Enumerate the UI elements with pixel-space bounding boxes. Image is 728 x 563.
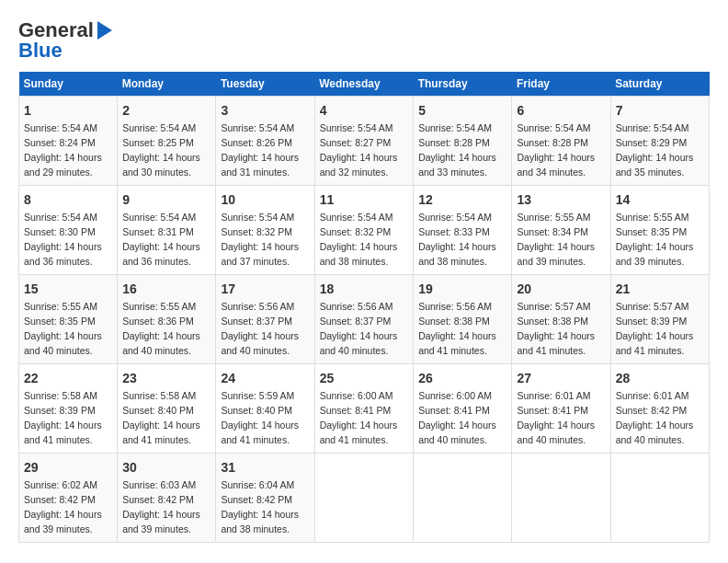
day-number: 18: [320, 280, 409, 298]
day-info: Sunrise: 5:59 AMSunset: 8:40 PMDaylight:…: [221, 390, 299, 445]
day-info: Sunrise: 5:55 AMSunset: 8:36 PMDaylight:…: [122, 301, 200, 356]
calendar-cell: [512, 454, 610, 543]
day-number: 17: [221, 280, 309, 298]
day-info: Sunrise: 5:55 AMSunset: 8:34 PMDaylight:…: [517, 212, 595, 267]
column-header-saturday: Saturday: [610, 72, 709, 97]
day-number: 13: [517, 190, 605, 209]
calendar-cell: 15Sunrise: 5:55 AMSunset: 8:35 PMDayligh…: [19, 275, 118, 364]
day-number: 25: [320, 369, 409, 387]
day-info: Sunrise: 6:00 AMSunset: 8:41 PMDaylight:…: [320, 390, 398, 445]
day-number: 12: [418, 190, 506, 209]
day-info: Sunrise: 5:54 AMSunset: 8:31 PMDaylight:…: [122, 212, 200, 267]
logo-arrow-icon: [97, 21, 112, 40]
day-info: Sunrise: 5:54 AMSunset: 8:28 PMDaylight:…: [517, 122, 595, 178]
day-number: 7: [616, 101, 704, 120]
day-number: 3: [221, 101, 309, 120]
calendar-header-row: SundayMondayTuesdayWednesdayThursdayFrid…: [19, 72, 710, 97]
calendar-cell: 24Sunrise: 5:59 AMSunset: 8:40 PMDayligh…: [216, 364, 314, 454]
day-info: Sunrise: 5:56 AMSunset: 8:37 PMDaylight:…: [221, 301, 299, 356]
day-info: Sunrise: 6:03 AMSunset: 8:42 PMDaylight:…: [122, 479, 200, 534]
calendar-cell: 25Sunrise: 6:00 AMSunset: 8:41 PMDayligh…: [314, 364, 414, 454]
day-info: Sunrise: 6:01 AMSunset: 8:42 PMDaylight:…: [616, 390, 694, 445]
day-number: 23: [122, 369, 210, 387]
day-number: 22: [24, 369, 112, 387]
calendar-cell: 8Sunrise: 5:54 AMSunset: 8:30 PMDaylight…: [19, 186, 118, 275]
day-info: Sunrise: 5:54 AMSunset: 8:24 PMDaylight:…: [24, 122, 102, 178]
column-header-monday: Monday: [118, 72, 216, 97]
day-number: 26: [418, 369, 506, 387]
day-number: 24: [221, 369, 309, 387]
day-number: 19: [418, 280, 506, 298]
calendar-cell: 5Sunrise: 5:54 AMSunset: 8:28 PMDaylight…: [414, 97, 512, 186]
day-info: Sunrise: 5:54 AMSunset: 8:27 PMDaylight:…: [320, 122, 398, 178]
calendar-cell: 17Sunrise: 5:56 AMSunset: 8:37 PMDayligh…: [216, 275, 314, 364]
calendar-cell: 12Sunrise: 5:54 AMSunset: 8:33 PMDayligh…: [414, 186, 512, 275]
day-info: Sunrise: 5:54 AMSunset: 8:26 PMDaylight:…: [221, 122, 299, 178]
calendar-cell: 14Sunrise: 5:55 AMSunset: 8:35 PMDayligh…: [610, 186, 709, 275]
day-number: 4: [320, 101, 409, 120]
calendar-week-row: 8Sunrise: 5:54 AMSunset: 8:30 PMDaylight…: [19, 186, 710, 275]
calendar-week-row: 29Sunrise: 6:02 AMSunset: 8:42 PMDayligh…: [19, 454, 710, 543]
calendar-week-row: 22Sunrise: 5:58 AMSunset: 8:39 PMDayligh…: [19, 364, 710, 454]
calendar-cell: [610, 454, 709, 543]
calendar-week-row: 15Sunrise: 5:55 AMSunset: 8:35 PMDayligh…: [19, 275, 710, 364]
day-info: Sunrise: 6:00 AMSunset: 8:41 PMDaylight:…: [418, 390, 496, 445]
calendar-cell: 10Sunrise: 5:54 AMSunset: 8:32 PMDayligh…: [216, 186, 314, 275]
calendar-cell: 11Sunrise: 5:54 AMSunset: 8:32 PMDayligh…: [314, 186, 414, 275]
day-number: 14: [616, 190, 704, 209]
day-info: Sunrise: 6:04 AMSunset: 8:42 PMDaylight:…: [221, 479, 299, 534]
calendar-cell: 13Sunrise: 5:55 AMSunset: 8:34 PMDayligh…: [512, 186, 610, 275]
day-number: 31: [221, 458, 309, 477]
day-info: Sunrise: 5:54 AMSunset: 8:28 PMDaylight:…: [418, 122, 496, 178]
calendar-cell: 1Sunrise: 5:54 AMSunset: 8:24 PMDaylight…: [19, 97, 118, 186]
calendar-cell: 18Sunrise: 5:56 AMSunset: 8:37 PMDayligh…: [314, 275, 414, 364]
calendar-cell: 22Sunrise: 5:58 AMSunset: 8:39 PMDayligh…: [19, 364, 118, 454]
column-header-wednesday: Wednesday: [314, 72, 414, 97]
calendar-cell: 16Sunrise: 5:55 AMSunset: 8:36 PMDayligh…: [118, 275, 216, 364]
calendar-cell: 21Sunrise: 5:57 AMSunset: 8:39 PMDayligh…: [610, 275, 709, 364]
day-info: Sunrise: 6:02 AMSunset: 8:42 PMDaylight:…: [24, 479, 102, 534]
day-info: Sunrise: 5:56 AMSunset: 8:37 PMDaylight:…: [320, 301, 398, 356]
header: General Blue: [18, 18, 710, 63]
calendar-cell: 3Sunrise: 5:54 AMSunset: 8:26 PMDaylight…: [216, 97, 314, 186]
day-number: 8: [24, 190, 112, 209]
day-number: 11: [320, 190, 409, 209]
day-number: 20: [517, 280, 605, 298]
calendar-cell: 28Sunrise: 6:01 AMSunset: 8:42 PMDayligh…: [610, 364, 709, 454]
calendar-cell: 27Sunrise: 6:01 AMSunset: 8:41 PMDayligh…: [512, 364, 610, 454]
calendar-cell: [414, 454, 512, 543]
column-header-friday: Friday: [512, 72, 610, 97]
day-info: Sunrise: 5:55 AMSunset: 8:35 PMDaylight:…: [24, 301, 102, 356]
column-header-sunday: Sunday: [19, 72, 118, 97]
calendar-cell: 7Sunrise: 5:54 AMSunset: 8:29 PMDaylight…: [610, 97, 709, 186]
day-number: 28: [616, 369, 704, 387]
day-number: 10: [221, 190, 309, 209]
day-number: 16: [122, 280, 210, 298]
calendar-cell: 26Sunrise: 6:00 AMSunset: 8:41 PMDayligh…: [414, 364, 512, 454]
day-info: Sunrise: 5:57 AMSunset: 8:39 PMDaylight:…: [616, 301, 694, 356]
calendar-cell: 30Sunrise: 6:03 AMSunset: 8:42 PMDayligh…: [118, 454, 216, 543]
calendar-cell: 23Sunrise: 5:58 AMSunset: 8:40 PMDayligh…: [118, 364, 216, 454]
day-number: 1: [24, 101, 112, 120]
day-number: 29: [24, 458, 112, 477]
calendar-week-row: 1Sunrise: 5:54 AMSunset: 8:24 PMDaylight…: [19, 97, 710, 186]
calendar-cell: 31Sunrise: 6:04 AMSunset: 8:42 PMDayligh…: [216, 454, 314, 543]
column-header-thursday: Thursday: [414, 72, 512, 97]
column-header-tuesday: Tuesday: [216, 72, 314, 97]
day-number: 2: [122, 101, 210, 120]
logo: General Blue: [18, 18, 112, 63]
day-info: Sunrise: 5:54 AMSunset: 8:32 PMDaylight:…: [221, 212, 299, 267]
calendar-cell: 2Sunrise: 5:54 AMSunset: 8:25 PMDaylight…: [118, 97, 216, 186]
day-number: 30: [122, 458, 210, 477]
day-info: Sunrise: 5:54 AMSunset: 8:33 PMDaylight:…: [418, 212, 496, 267]
calendar-cell: 29Sunrise: 6:02 AMSunset: 8:42 PMDayligh…: [19, 454, 118, 543]
calendar-cell: 6Sunrise: 5:54 AMSunset: 8:28 PMDaylight…: [512, 97, 610, 186]
day-number: 9: [122, 190, 210, 209]
day-info: Sunrise: 5:57 AMSunset: 8:38 PMDaylight:…: [517, 301, 595, 356]
day-info: Sunrise: 5:56 AMSunset: 8:38 PMDaylight:…: [418, 301, 496, 356]
calendar-table: SundayMondayTuesdayWednesdayThursdayFrid…: [18, 72, 710, 543]
calendar-cell: 20Sunrise: 5:57 AMSunset: 8:38 PMDayligh…: [512, 275, 610, 364]
day-number: 5: [418, 101, 506, 120]
day-info: Sunrise: 6:01 AMSunset: 8:41 PMDaylight:…: [517, 390, 595, 445]
day-info: Sunrise: 5:58 AMSunset: 8:40 PMDaylight:…: [122, 390, 200, 445]
